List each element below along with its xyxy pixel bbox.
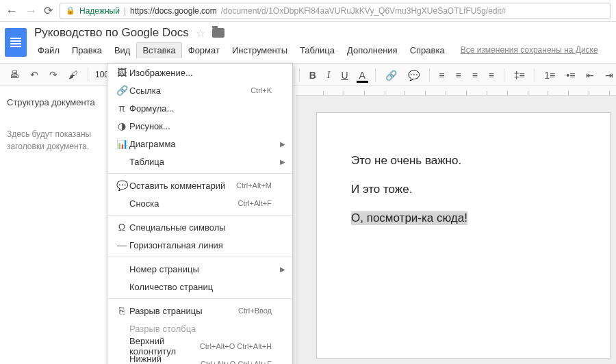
lock-icon: 🔒 (66, 6, 75, 15)
docs-header: Руководство по Google Docs ☆ ФайлПравкаВ… (0, 22, 616, 63)
menu-item-shortcut: Ctrl+Alt+F (238, 199, 272, 207)
align-center-icon[interactable]: ≡ (452, 68, 463, 82)
menu-item-5[interactable]: Таблица▶ (107, 153, 292, 170)
menu-item-7[interactable]: СноскаCtrl+Alt+F (107, 194, 292, 212)
menu-item-11[interactable]: Количество страниц (107, 278, 292, 296)
align-right-icon[interactable]: ≡ (470, 68, 480, 82)
menu-item-icon: π (114, 103, 129, 114)
page-line-2[interactable]: И это тоже. (351, 183, 603, 196)
menu-таблица[interactable]: Таблица (294, 42, 341, 58)
menu-item-2[interactable]: πФормула... (107, 99, 292, 117)
page-line-1[interactable]: Это не очень важно. (351, 154, 603, 168)
docs-logo[interactable] (0, 22, 31, 63)
browser-bar: ← → ⟳ 🔒 Надежный | https://docs.google.c… (0, 0, 616, 22)
indent-icon[interactable]: ⇥ (602, 68, 616, 82)
menu-item-icon: 📊 (114, 138, 129, 149)
menu-item-icon: — (114, 239, 129, 250)
menu-item-icon: 🔗 (114, 85, 129, 96)
menu-item-label: Горизонтальная линия (129, 240, 272, 250)
submenu-arrow-icon: ▶ (280, 158, 285, 166)
menu-item-icon: ◑ (114, 120, 129, 131)
link-icon[interactable]: 🔗 (383, 68, 400, 82)
print-icon[interactable]: 🖶 (7, 68, 22, 81)
menu-item-icon: 🖼 (114, 67, 129, 78)
underline-button[interactable]: U (338, 68, 350, 82)
menu-item-label: Специальные символы (129, 222, 272, 233)
outline-title: Структура документа (7, 97, 100, 107)
line-spacing-icon[interactable]: ‡≡ (511, 68, 528, 82)
menu-item-15[interactable]: Нижний колонтитулCtrl+Alt+O Ctrl+Alt+F (107, 355, 292, 364)
comment-icon[interactable]: 💬 (405, 68, 422, 82)
menu-item-3[interactable]: ◑Рисунок... (107, 117, 292, 135)
page-area: Это не очень важно. И это тоже. О, посмо… (296, 96, 616, 364)
redo-icon[interactable]: ↷ (47, 68, 60, 81)
outdent-icon[interactable]: ⇤ (583, 68, 597, 82)
menu-item-label: Номер страницы (129, 264, 272, 274)
numbered-list-icon[interactable]: 1≡ (541, 68, 558, 82)
menu-item-1[interactable]: 🔗СсылкаCtrl+K (107, 81, 292, 99)
menu-дополнения[interactable]: Дополнения (341, 42, 404, 58)
insert-menu-dropdown: 🖼Изображение...🔗СсылкаCtrl+KπФормула...◑… (107, 63, 293, 364)
menu-вставка[interactable]: Вставка (136, 42, 181, 58)
menu-item-label: Таблица (129, 157, 272, 167)
reload-icon[interactable]: ⟳ (44, 4, 53, 17)
menu-item-6[interactable]: 💬Оставить комментарийCtrl+Alt+M (107, 177, 292, 194)
menu-item-icon: 💬 (114, 180, 129, 191)
menu-item-label: Ссылка (129, 86, 251, 96)
menu-item-label: Диаграмма (129, 139, 272, 149)
menu-item-8[interactable]: ΩСпециальные символы (107, 218, 292, 236)
menu-вид[interactable]: Вид (108, 42, 137, 58)
menu-item-label: Формула... (129, 103, 272, 114)
doc-title[interactable]: Руководство по Google Docs (34, 26, 189, 40)
forward-icon: → (25, 5, 37, 17)
submenu-arrow-icon: ▶ (280, 140, 285, 148)
document-page[interactable]: Это не очень важно. И это тоже. О, посмо… (316, 112, 611, 359)
menu-item-label: Сноска (129, 198, 238, 209)
menu-item-shortcut: Ctrl+Ввод (238, 307, 272, 315)
menu-item-label: Оставить комментарий (129, 181, 236, 191)
back-icon[interactable]: ← (5, 5, 18, 17)
menu-item-9[interactable]: —Горизонтальная линия (107, 236, 292, 254)
menu-item-13: Разрыв столбца (107, 320, 292, 337)
menu-item-4[interactable]: 📊Диаграмма▶ (107, 135, 292, 153)
menu-справка[interactable]: Справка (404, 42, 451, 58)
outline-pane: Структура документа Здесь будут показаны… (0, 86, 107, 164)
menu-item-shortcut: Ctrl+Alt+O Ctrl+Alt+F (201, 360, 272, 364)
menu-item-12[interactable]: ⎘Разрыв страницыCtrl+Ввод (107, 302, 292, 320)
paint-format-icon[interactable]: 🖌 (66, 68, 81, 81)
menu-item-shortcut: Ctrl+Alt+O Ctrl+Alt+H (200, 342, 272, 350)
menu-item-shortcut: Ctrl+Alt+M (236, 181, 272, 190)
bold-button[interactable]: B (307, 68, 319, 82)
menu-инструменты[interactable]: Инструменты (226, 42, 294, 58)
menu-правка[interactable]: Правка (66, 42, 108, 58)
menu-формат[interactable]: Формат (182, 42, 226, 58)
bulleted-list-icon[interactable]: •≡ (563, 68, 578, 82)
menu-item-icon: Ω (114, 222, 129, 233)
menu-item-label: Нижний колонтитул (129, 354, 201, 364)
menu-item-label: Количество страниц (129, 282, 272, 292)
url-bar[interactable]: 🔒 Надежный | https://docs.google.com/doc… (60, 3, 611, 19)
folder-icon[interactable] (212, 28, 224, 38)
menu-файл[interactable]: Файл (31, 42, 66, 58)
align-left-icon[interactable]: ≡ (436, 68, 447, 82)
align-justify-icon[interactable]: ≡ (486, 68, 497, 82)
menu-item-shortcut: Ctrl+K (251, 86, 272, 94)
undo-icon[interactable]: ↶ (27, 68, 41, 81)
menu-item-14[interactable]: Верхний колонтитулCtrl+Alt+O Ctrl+Alt+H (107, 337, 292, 355)
menu-item-label: Изображение... (129, 68, 272, 78)
menu-item-icon: ⎘ (114, 305, 129, 316)
menu-item-label: Разрыв страницы (129, 306, 238, 316)
page-line-3-selected[interactable]: О, посмотри-ка сюда! (351, 211, 467, 225)
submenu-arrow-icon: ▶ (280, 265, 285, 273)
menu-item-label: Рисунок... (129, 121, 272, 131)
ruler[interactable] (296, 86, 616, 96)
text-color-button[interactable]: A (357, 68, 368, 83)
save-status[interactable]: Все изменения сохранены на Диске (461, 42, 598, 58)
menu-item-0[interactable]: 🖼Изображение... (107, 64, 292, 81)
star-icon[interactable]: ☆ (196, 27, 205, 40)
toolbar: 🖶 ↶ ↷ 🖌 100 B I U A 🔗 💬 ≡ ≡ ≡ ≡ ‡≡ 1≡ •≡… (0, 63, 616, 86)
italic-button[interactable]: I (324, 68, 333, 82)
menu-item-10[interactable]: Номер страницы▶ (107, 260, 292, 278)
menubar: ФайлПравкаВидВставкаФорматИнструментыТаб… (31, 42, 616, 58)
outline-empty-text: Здесь будут показаны заголовки документа… (7, 128, 100, 153)
